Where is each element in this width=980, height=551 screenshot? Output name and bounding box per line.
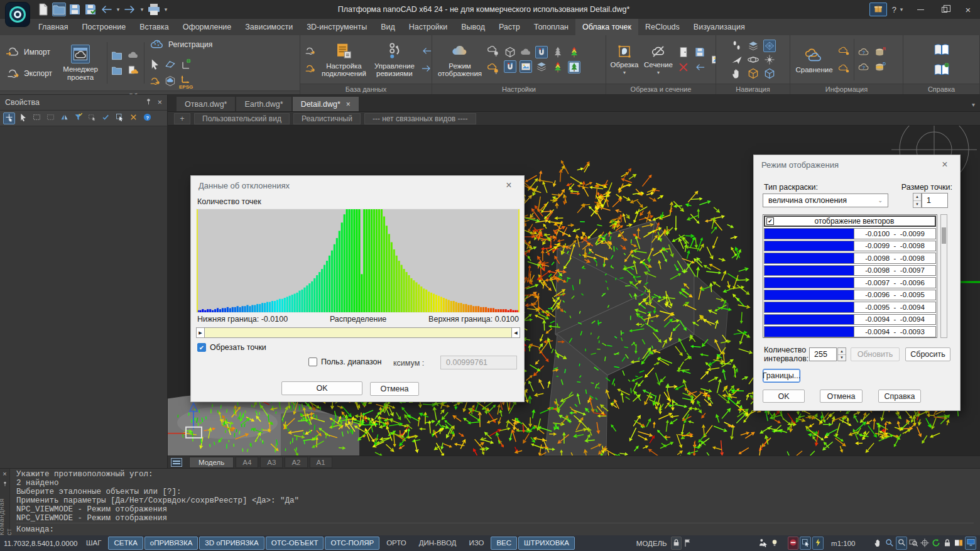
select-lasso-button[interactable] xyxy=(45,112,57,124)
pan-button[interactable] xyxy=(873,537,883,549)
document-tab[interactable]: Отвал.dwg*× xyxy=(177,97,235,111)
cloud-density-icon[interactable] xyxy=(127,49,139,62)
lock-viewport-button[interactable] xyxy=(671,537,682,550)
raster-view-icon[interactable] xyxy=(520,60,532,73)
interval-row[interactable]: -0.0098 - -0.0098 xyxy=(764,253,936,264)
layout-tab[interactable]: Модель xyxy=(189,457,234,468)
ribbon-tab[interactable]: Построение xyxy=(75,19,133,35)
fullscreen-button[interactable] xyxy=(965,537,976,550)
section-views-icon[interactable] xyxy=(710,53,716,66)
cloud-box-icon[interactable] xyxy=(164,75,177,87)
add-view-button[interactable]: + xyxy=(174,113,190,124)
regen-button[interactable] xyxy=(931,537,941,549)
selection-cycling-button[interactable] xyxy=(758,537,768,549)
status-toggle[interactable]: ШТРИХОВКА xyxy=(518,537,575,550)
status-toggle[interactable]: ДИН-ВВОД xyxy=(413,537,462,550)
document-tab[interactable]: Detail.dwg*× xyxy=(293,97,359,111)
layers-icon[interactable] xyxy=(535,60,548,73)
panel-close-icon[interactable]: × xyxy=(158,98,162,107)
mesh-nav-icon[interactable] xyxy=(763,40,776,52)
interval-row[interactable]: -0.0099 - -0.0098 xyxy=(764,241,936,252)
free-orbit-icon[interactable] xyxy=(763,53,776,66)
iso-view-icon[interactable] xyxy=(763,67,776,80)
ribbon-tab[interactable]: Вставка xyxy=(133,19,175,35)
crop-points-checkbox[interactable]: ✔ xyxy=(197,343,206,352)
ribbon-tab[interactable]: Вид xyxy=(374,19,402,35)
revision-back-icon[interactable] xyxy=(420,45,432,57)
update-button[interactable]: Обновить xyxy=(851,347,900,361)
app-logo-icon[interactable] xyxy=(5,2,30,27)
select-add-button[interactable] xyxy=(3,112,15,124)
delete-clip-icon[interactable] xyxy=(677,61,690,74)
ribbon-tab[interactable]: ReClouds xyxy=(638,19,687,35)
snap-cloud-icon[interactable] xyxy=(535,46,548,58)
cloud-info-icon[interactable]: ? xyxy=(858,46,870,58)
ribbon-tab[interactable]: Настройки xyxy=(402,19,454,35)
pick-object-button[interactable] xyxy=(114,112,126,124)
layout-tab[interactable]: A3 xyxy=(260,457,283,468)
db-data-icon[interactable]: D xyxy=(874,61,886,74)
db-upload-icon[interactable] xyxy=(303,45,316,57)
ribbon-tab[interactable]: Топоплан xyxy=(527,19,575,35)
ribbon-tab[interactable]: Визуализация xyxy=(687,19,752,35)
print-button[interactable] xyxy=(147,3,161,16)
registration-button[interactable]: Регистрация xyxy=(148,36,214,53)
zoom-button[interactable] xyxy=(885,537,895,549)
layout-tab[interactable]: A2 xyxy=(285,457,307,468)
epsg-button[interactable]: EPSG xyxy=(179,72,193,89)
ribbon-tab[interactable]: Зависимости xyxy=(238,19,300,35)
ok-button[interactable]: OK xyxy=(281,381,362,395)
flip-select-button[interactable] xyxy=(58,112,70,124)
section-button[interactable]: Сечение▾ xyxy=(643,43,674,75)
layout-tab[interactable]: A4 xyxy=(236,457,258,468)
clear-selection-button[interactable] xyxy=(128,112,139,124)
status-toggle[interactable]: ОТС-ОБЪЕКТ xyxy=(266,537,324,550)
inside-clip-icon[interactable] xyxy=(677,46,690,58)
list-scrollbar[interactable] xyxy=(940,214,947,338)
pick-points-icon[interactable] xyxy=(148,58,161,70)
walk-icon[interactable] xyxy=(731,40,743,52)
dialog-close-icon[interactable]: × xyxy=(937,160,952,170)
status-toggle[interactable]: ШАГ xyxy=(80,537,107,550)
view-preset-button[interactable]: Пользовательский вид xyxy=(194,113,290,124)
revision-forward-icon[interactable] xyxy=(420,62,432,75)
range-slider[interactable]: ▶ ◀ xyxy=(196,327,520,338)
import-button[interactable]: Импорт xyxy=(3,44,54,60)
select-cursor-button[interactable] xyxy=(17,112,29,124)
cloud-transform-icon[interactable] xyxy=(148,75,161,87)
zoom-object-button[interactable] xyxy=(908,537,918,549)
promo-gift-button[interactable] xyxy=(869,3,887,16)
ribbon-tab[interactable]: Вывод xyxy=(454,19,492,35)
cancel-button[interactable]: Отмена xyxy=(820,390,863,403)
connection-settings-button[interactable]: Настройка подключений xyxy=(319,41,369,79)
view-cube-icon[interactable] xyxy=(747,67,760,80)
tab-close-icon[interactable]: × xyxy=(346,100,351,109)
command-history[interactable]: Укажите противоположный угол:2 найденоВы… xyxy=(10,469,980,535)
export-button[interactable]: Экспорт xyxy=(3,65,54,82)
command-tab-label[interactable]: Командная ст xyxy=(0,492,13,535)
interval-row[interactable]: -0.0100 - -0.0099 xyxy=(764,228,936,239)
quick-select-button[interactable] xyxy=(86,112,98,124)
crop-points-option[interactable]: ✔ Обрезать точки xyxy=(197,343,266,352)
document-tab[interactable]: Earth.dwg*× xyxy=(236,97,291,111)
custom-range-checkbox[interactable] xyxy=(308,357,317,366)
save-section-icon[interactable] xyxy=(694,46,706,58)
georeference-icon[interactable] xyxy=(180,58,192,70)
classify-gray-icon[interactable] xyxy=(552,46,564,58)
display-mode-button[interactable]: Режим отображения xyxy=(435,41,484,79)
select-rect-button[interactable] xyxy=(31,112,43,124)
layout-tab[interactable]: A1 xyxy=(310,457,332,468)
deviation-point-icon[interactable] xyxy=(838,45,851,57)
restore-clip-icon[interactable] xyxy=(694,61,706,74)
vectors-checkbox[interactable]: ✔ xyxy=(766,217,774,225)
new-file-button[interactable] xyxy=(36,3,50,16)
view-preset-button[interactable]: Реалистичный xyxy=(293,113,361,124)
orbit-nav-button[interactable] xyxy=(920,537,930,549)
lighting-on-icon[interactable] xyxy=(487,62,500,75)
view-preset-button[interactable]: --- нет связанных видов ---- xyxy=(364,113,476,124)
slider-left-handle[interactable]: ▶ xyxy=(197,328,205,337)
restore-button[interactable] xyxy=(934,1,955,18)
compare-button[interactable]: Сравнение xyxy=(793,45,835,75)
interval-row[interactable]: -0.0096 - -0.0095 xyxy=(764,290,936,301)
save-button[interactable] xyxy=(68,3,82,16)
